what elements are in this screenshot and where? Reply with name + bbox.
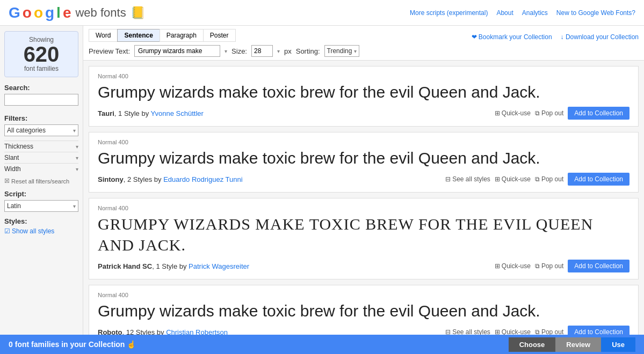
font-by-tauri: by	[141, 109, 150, 117]
quick-use-patrick[interactable]: ⊞ Quick-use	[495, 262, 531, 270]
collection-count-text: 0 font families in your Collection ☝	[9, 340, 136, 349]
font-author-tauri[interactable]: Yvonne Schüttler	[151, 109, 204, 117]
collection-arrow-icon: ☝	[127, 340, 136, 349]
font-meta-tauri: Normal 400	[98, 73, 629, 79]
width-filter[interactable]: Width ▾	[4, 163, 78, 174]
font-name-label-roboto: Roboto	[98, 328, 122, 335]
nav-more-scripts[interactable]: More scripts (experimental)	[410, 9, 488, 17]
slant-filter[interactable]: Slant ▾	[4, 152, 78, 163]
font-preview-tauri: Grumpy wizards make toxic brew for the e…	[98, 82, 629, 102]
font-name-roboto: Roboto, 12 Styles by Christian Robertson	[98, 328, 228, 335]
header-nav: More scripts (experimental) About Analyt…	[410, 9, 635, 17]
pop-out-patrick[interactable]: ⧉ Pop out	[535, 262, 563, 270]
add-collection-patrick[interactable]: Add to Collection	[568, 260, 629, 272]
thickness-label: Thickness	[4, 143, 33, 150]
pop-out-icon-roboto: ⧉	[535, 328, 540, 335]
toolbar: Word Sentence Paragraph Poster ❤ Bookmar…	[83, 26, 644, 61]
size-label: Size:	[231, 47, 247, 55]
logo-letter-o1: o	[23, 4, 32, 21]
logo: Google web fonts 📒	[9, 4, 145, 21]
script-select[interactable]: Latin ▾	[4, 200, 78, 212]
font-author-sintony[interactable]: Eduardo Rodriguez Tunni	[163, 175, 242, 183]
all-categories-select[interactable]: All categories ▾	[4, 124, 78, 136]
quick-use-label-patrick: Quick-use	[502, 262, 531, 270]
quick-use-icon-sintony: ⊞	[495, 175, 500, 183]
nav-about[interactable]: About	[496, 9, 513, 17]
use-button[interactable]: Use	[601, 337, 635, 352]
bookmark-collection-link[interactable]: ❤ Bookmark your Collection	[472, 33, 552, 41]
pop-out-label-patrick: Pop out	[541, 262, 563, 270]
font-name-patrick: Patrick Hand SC, 1 Style by Patrick Wage…	[98, 262, 249, 270]
show-all-styles-link[interactable]: ☑ Show all styles	[4, 227, 78, 235]
reset-icon: ☒	[4, 178, 10, 185]
font-author-roboto[interactable]: Christian Robertson	[166, 328, 228, 335]
script-chevron-icon: ▾	[73, 203, 76, 209]
download-collection-link[interactable]: ↓ Download your Collection	[561, 33, 639, 41]
quick-use-icon-roboto: ⊞	[495, 328, 500, 335]
bottom-bar: 0 font families in your Collection ☝ Cho…	[0, 335, 644, 354]
quick-use-label-sintony: Quick-use	[502, 175, 531, 183]
font-card-roboto: Normal 400 Grumpy wizards make toxic bre…	[89, 285, 639, 335]
tab-sentence[interactable]: Sentence	[117, 29, 160, 42]
font-actions-tauri: ⊞ Quick-use ⧉ Pop out Add to Collection	[495, 107, 629, 120]
font-info-row-patrick: Patrick Hand SC, 1 Style by Patrick Wage…	[98, 260, 629, 272]
preview-text-input[interactable]	[134, 45, 220, 57]
slant-label: Slant	[4, 154, 19, 161]
preview-text-label: Preview Text:	[89, 47, 130, 55]
review-button[interactable]: Review	[555, 337, 601, 352]
font-card-sintony: Normal 400 Grumpy wizards make toxic bre…	[89, 132, 639, 193]
content-area: Word Sentence Paragraph Poster ❤ Bookmar…	[83, 26, 644, 335]
tab-poster[interactable]: Poster	[203, 29, 236, 42]
font-preview-roboto: Grumpy wizards make toxic brew for the e…	[98, 300, 629, 321]
pop-out-sintony[interactable]: ⧉ Pop out	[535, 175, 563, 183]
preview-dropdown-icon[interactable]: ▾	[225, 48, 227, 54]
quick-use-sintony[interactable]: ⊞ Quick-use	[495, 175, 531, 183]
tab-word[interactable]: Word	[89, 29, 118, 42]
reset-label: Reset all filters/search	[11, 178, 69, 185]
show-all-label: Show all styles	[12, 227, 54, 235]
nav-new-to[interactable]: New to Google Web Fonts?	[556, 9, 635, 17]
see-all-roboto[interactable]: ⊟ See all styles	[445, 328, 490, 335]
add-collection-roboto[interactable]: Add to Collection	[568, 326, 629, 335]
thickness-filter[interactable]: Thickness ▾	[4, 141, 78, 152]
search-input[interactable]	[4, 94, 78, 106]
size-dropdown-icon[interactable]: ▾	[277, 48, 280, 54]
collection-count: 0	[9, 340, 13, 349]
font-by-sintony: by	[154, 175, 163, 183]
font-actions-roboto: ⊟ See all styles ⊞ Quick-use ⧉ Pop out A…	[445, 326, 629, 335]
font-info-row-sintony: Sintony, 2 Styles by Eduardo Rodriguez T…	[98, 173, 629, 186]
choose-button[interactable]: Choose	[509, 337, 556, 352]
chevron-down-icon: ▾	[73, 128, 76, 134]
add-collection-sintony[interactable]: Add to Collection	[568, 173, 629, 186]
reset-filters-link[interactable]: ☒ Reset all filters/search	[4, 178, 78, 185]
logo-icon: 📒	[131, 6, 145, 20]
font-name-label-sintony: Sintony	[98, 175, 124, 183]
quick-use-icon-tauri: ⊞	[495, 109, 500, 117]
font-name-sintony: Sintony, 2 Styles by Eduardo Rodriguez T…	[98, 175, 243, 183]
font-author-patrick[interactable]: Patrick Wagesreiter	[189, 262, 249, 270]
quick-use-label-roboto: Quick-use	[502, 328, 531, 335]
see-all-icon-roboto: ⊟	[445, 328, 451, 335]
pop-out-label-roboto: Pop out	[541, 328, 563, 335]
pop-out-tauri[interactable]: ⧉ Pop out	[535, 109, 563, 117]
pop-out-roboto[interactable]: ⧉ Pop out	[535, 328, 563, 335]
font-meta-patrick: Normal 400	[98, 205, 629, 211]
sorting-label: Sorting:	[296, 47, 320, 55]
font-name-tauri: Tauri, 1 Style by Yvonne Schüttler	[98, 109, 204, 117]
nav-analytics[interactable]: Analytics	[522, 9, 548, 17]
quick-use-roboto[interactable]: ⊞ Quick-use	[495, 328, 531, 335]
sorting-select[interactable]: Trending ▾	[324, 45, 360, 57]
font-meta-sintony: Normal 400	[98, 139, 629, 145]
logo-letter-l: l	[56, 4, 61, 21]
font-styles-count-roboto: 12 Styles	[126, 328, 155, 335]
size-input[interactable]	[251, 45, 273, 57]
see-all-label-roboto: See all styles	[452, 328, 490, 335]
logo-letter-g2: g	[45, 4, 54, 21]
view-tabs: Word Sentence Paragraph Poster	[89, 29, 235, 42]
see-all-sintony[interactable]: ⊟ See all styles	[445, 175, 490, 183]
quick-use-tauri[interactable]: ⊞ Quick-use	[495, 109, 531, 117]
sorting-value: Trending	[327, 47, 352, 55]
tab-paragraph[interactable]: Paragraph	[160, 29, 204, 42]
all-categories-value: All categories	[7, 127, 46, 134]
add-collection-tauri[interactable]: Add to Collection	[568, 107, 629, 120]
